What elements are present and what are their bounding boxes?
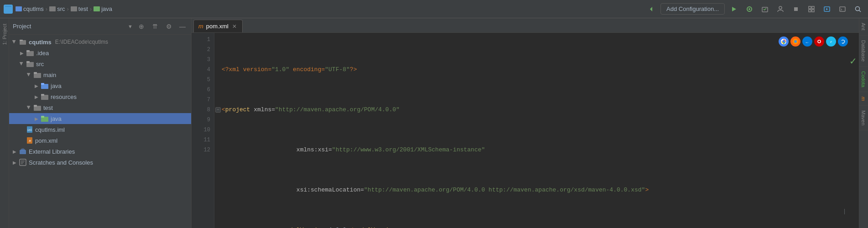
tree-item-main[interactable]: ▶ main	[9, 69, 191, 80]
code-editor[interactable]: 1 2 3 4 5 6 7 8 9 10 11 12 <?xml versi	[192, 33, 859, 228]
run-button[interactable]	[728, 3, 740, 16]
file-icon-pom: m	[26, 137, 33, 144]
tree-arrow-test: ▶	[26, 104, 33, 111]
svg-rect-12	[812, 10, 814, 12]
tree-item-java-main[interactable]: ▶ java	[9, 80, 191, 91]
tree-item-test[interactable]: ▶ test	[9, 102, 191, 113]
ie-icon[interactable]: e	[826, 36, 836, 47]
tree-item-src[interactable]: ▶ src	[9, 58, 191, 69]
maven-panel-button[interactable]: Maven	[859, 106, 868, 130]
build-button[interactable]	[805, 3, 818, 16]
panel-dropdown-arrow: ▼	[128, 24, 133, 29]
tree-arrow-ext-libs: ▶	[11, 148, 18, 155]
tree-item-idea[interactable]: ▶ .idea	[9, 47, 191, 58]
svg-marker-2	[650, 7, 652, 11]
tree-arrow-java-test: ▶	[33, 115, 40, 122]
code-line-2: − <project xmlns="http://maven.apache.or…	[222, 105, 859, 115]
svg-rect-23	[26, 61, 30, 63]
code-line-3: xmlns:xsi="http://www.w3.org/2001/XMLSch…	[222, 145, 859, 155]
folder-icon-java-main	[41, 83, 48, 89]
tree-item-scratches[interactable]: ▶ Scratches and Consoles	[9, 157, 191, 168]
breadcrumb-item-cqutlms[interactable]: cqutlms	[16, 5, 44, 12]
code-line-4: xsi:schemaLocation="http://maven.apache.…	[222, 185, 859, 195]
breadcrumb-item-src[interactable]: src	[49, 5, 65, 12]
svg-rect-15	[840, 7, 845, 11]
svg-marker-14	[826, 8, 828, 10]
database-panel-button[interactable]: Database	[859, 36, 868, 67]
folder-icon-root	[19, 38, 26, 46]
tab-close-button[interactable]: ✕	[231, 23, 238, 30]
add-configuration-button[interactable]: Add Configuration...	[660, 3, 725, 15]
coverage-button[interactable]	[759, 3, 771, 16]
panel-settings-button[interactable]: ⚙	[164, 21, 174, 31]
tree-item-root[interactable]: ▶ cqutlms E:\IDEACode\cqutlms	[9, 36, 191, 47]
panel-minimize-button[interactable]: —	[177, 21, 187, 31]
edge-new-icon[interactable]	[838, 36, 848, 47]
stop-button[interactable]	[790, 3, 802, 16]
svg-rect-10	[812, 6, 814, 9]
tree-item-resources[interactable]: ▶ resources	[9, 91, 191, 102]
svg-text:e: e	[830, 40, 832, 44]
line-numbers: 1 2 3 4 5 6 7 8 9 10 11 12	[192, 33, 214, 228]
tree-item-pom-xml[interactable]: ▶ m pom.xml	[9, 135, 191, 146]
back-button[interactable]	[645, 3, 658, 16]
breadcrumb: cqutlms › src › test › java	[16, 5, 112, 12]
tree-item-ext-libs[interactable]: ▶ External Libraries	[9, 146, 191, 157]
svg-rect-0	[5, 7, 11, 12]
folder-icon-src	[49, 6, 56, 11]
tree-label-pom: pom.xml	[35, 137, 57, 144]
panel-scroll-button[interactable]: ⇈	[150, 21, 160, 31]
ant-panel-button[interactable]: Ant	[859, 18, 868, 36]
line-num-8: 8	[192, 105, 210, 115]
breadcrumb-item-java[interactable]: java	[94, 5, 112, 12]
svg-text:iml: iml	[27, 128, 32, 131]
svg-line-17	[859, 10, 861, 12]
app-icon	[4, 5, 13, 14]
fold-button-2[interactable]: −	[215, 107, 221, 113]
tree-arrow-main: ▶	[26, 71, 33, 78]
terminal-button[interactable]	[836, 3, 849, 16]
firefox-icon[interactable]	[790, 36, 800, 47]
chrome-icon[interactable]	[779, 36, 789, 47]
tab-pom-xml[interactable]: m pom.xml ✕	[193, 20, 243, 32]
svg-point-50	[816, 39, 822, 44]
svg-marker-3	[732, 7, 736, 11]
m-panel-button[interactable]: m	[859, 92, 868, 106]
svg-rect-11	[809, 10, 811, 12]
main-area: 1: Project Project ▼ ⊕ ⇈ ⚙ — ▶ cqutlms E…	[0, 18, 868, 228]
checkmark-overlay: ✓	[849, 56, 857, 67]
code-content[interactable]: <?xml version="1.0" encoding="UTF-8"?> −…	[214, 33, 859, 228]
file-icon-iml: iml	[26, 126, 33, 133]
tree-arrow-resources: ▶	[33, 93, 40, 100]
codota-panel-button[interactable]: Codota	[859, 67, 868, 92]
project-strip-label[interactable]: 1: Project	[1, 20, 8, 48]
breadcrumb-sep-3: ›	[90, 5, 92, 12]
folder-icon-src	[26, 61, 34, 67]
line-num-2: 2	[192, 45, 210, 55]
debug-button[interactable]	[743, 3, 756, 16]
line-num-3: 3	[192, 55, 210, 65]
search-button[interactable]	[852, 3, 864, 16]
top-bar-right: Add Configuration...	[645, 3, 864, 16]
breadcrumb-src-label: src	[57, 5, 65, 12]
panel-header: Project ▼ ⊕ ⇈ ⚙ —	[9, 18, 191, 35]
profile-button[interactable]	[774, 3, 787, 16]
folder-icon-java	[94, 6, 100, 11]
tree-label-iml: cqutlms.iml	[35, 126, 65, 133]
line-num-1: 1	[192, 35, 210, 45]
tree-label-root: cqutlms	[29, 39, 52, 46]
svg-rect-29	[41, 94, 44, 96]
run-manager-button[interactable]	[821, 3, 833, 16]
edge-icon[interactable]	[802, 36, 812, 47]
left-strip: 1: Project	[0, 18, 9, 228]
svg-rect-31	[34, 105, 37, 107]
panel-add-button[interactable]: ⊕	[136, 21, 146, 31]
breadcrumb-item-test[interactable]: test	[71, 5, 88, 12]
tree-arrow-idea: ▶	[18, 49, 26, 57]
opera-icon[interactable]	[814, 36, 824, 47]
tree-item-java-test[interactable]: ▶ java	[9, 113, 191, 124]
tree-item-iml[interactable]: ▶ iml cqutlms.iml	[9, 124, 191, 135]
svg-rect-25	[34, 72, 37, 74]
browser-icons-overlay: e	[779, 36, 848, 47]
folder-icon-java-test	[41, 116, 48, 122]
